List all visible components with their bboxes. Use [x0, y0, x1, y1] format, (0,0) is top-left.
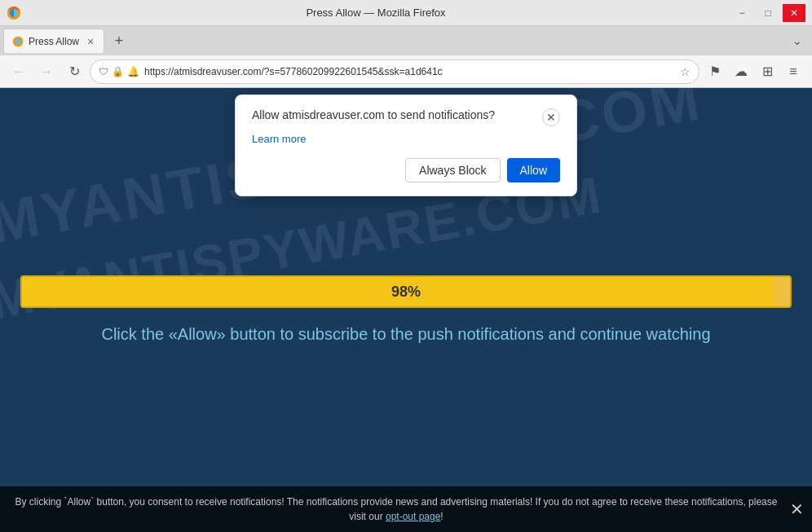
- tab-favicon-icon: [12, 36, 24, 47]
- notification-permission-icon: 🔔: [127, 66, 139, 77]
- progress-label: Click the «Allow» button to subscribe to…: [20, 323, 792, 345]
- popup-header: Allow atmisdreavuser.com to send notific…: [252, 108, 560, 126]
- firefox-logo-icon: [7, 6, 21, 20]
- extensions-button[interactable]: ⊞: [755, 59, 779, 84]
- progress-percentage: 98%: [391, 283, 421, 300]
- shield-icon: 🛡: [99, 66, 108, 77]
- sync-button[interactable]: ☁: [729, 59, 753, 84]
- title-bar-left: [7, 6, 21, 20]
- back-button[interactable]: ←: [7, 59, 31, 84]
- progress-bar-container: 98%: [20, 275, 792, 308]
- window-controls: − □ ✕: [730, 4, 805, 22]
- close-window-button[interactable]: ✕: [783, 4, 805, 22]
- tab-label: Press Allow: [29, 36, 79, 47]
- progress-area: 98% Click the «Allow» button to subscrib…: [20, 275, 792, 345]
- reload-button[interactable]: ↻: [62, 59, 86, 84]
- bottom-bar-text-after: !: [440, 511, 443, 522]
- popup-title: Allow atmisdreavuser.com to send notific…: [252, 108, 536, 121]
- window-title: Press Allow — Mozilla Firefox: [21, 7, 730, 19]
- popup-close-button[interactable]: ✕: [542, 108, 560, 126]
- always-block-button[interactable]: Always Block: [405, 158, 500, 182]
- address-security-icons: 🛡 🔒 🔔: [99, 66, 139, 77]
- toolbar-icons: ⚑ ☁ ⊞ ≡: [703, 59, 805, 84]
- opt-out-link[interactable]: opt-out page: [386, 511, 440, 522]
- browser-content: MYANTISPYWARE.COM MYANTISPYWARE.COM Allo…: [0, 88, 812, 532]
- lock-icon: 🔒: [112, 66, 124, 77]
- bookmark-star-icon[interactable]: ☆: [680, 65, 691, 78]
- minimize-button[interactable]: −: [730, 4, 753, 22]
- progress-label-text: Click the «Allow» button to subscribe to…: [101, 325, 710, 343]
- tab-bar-right: ⌄: [786, 29, 809, 52]
- pocket-button[interactable]: ⚑: [703, 59, 727, 84]
- bottom-notification-bar: By clicking `Allow` button, you consent …: [0, 486, 812, 532]
- maximize-button[interactable]: □: [757, 4, 779, 22]
- forward-button[interactable]: →: [34, 59, 59, 84]
- address-bar[interactable]: 🛡 🔒 🔔 https://atmisdreavuser.com/?s=5778…: [90, 59, 699, 84]
- tab-list-button[interactable]: ⌄: [786, 29, 809, 52]
- url-text: https://atmisdreavuser.com/?s=5778602099…: [144, 66, 675, 77]
- menu-button[interactable]: ≡: [781, 59, 805, 84]
- title-bar: Press Allow — Mozilla Firefox − □ ✕: [0, 0, 812, 26]
- tab-close-button[interactable]: ×: [84, 35, 97, 48]
- bottom-bar-close-button[interactable]: ✕: [790, 499, 804, 519]
- svg-point-3: [15, 38, 21, 44]
- navigation-bar: ← → ↻ 🛡 🔒 🔔 https://atmisdreavuser.com/?…: [0, 55, 812, 88]
- new-tab-button[interactable]: +: [108, 29, 130, 52]
- active-tab[interactable]: Press Allow ×: [3, 29, 104, 53]
- learn-more-link[interactable]: Learn more: [252, 133, 560, 145]
- popup-buttons: Always Block Allow: [252, 158, 560, 182]
- allow-button[interactable]: Allow: [507, 158, 560, 182]
- notification-permission-popup: Allow atmisdreavuser.com to send notific…: [235, 95, 577, 196]
- tab-bar: Press Allow × + ⌄: [0, 26, 812, 55]
